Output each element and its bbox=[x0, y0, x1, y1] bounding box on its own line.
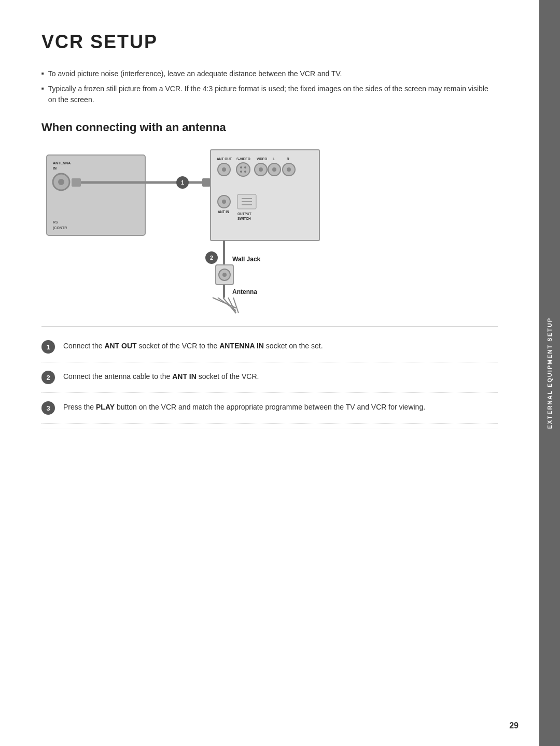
switch-label: SWITCH bbox=[237, 217, 251, 220]
bullet-item-1: To avoid picture noise (interference), l… bbox=[41, 68, 498, 79]
step-row-3: 3 Press the PLAY button on the VCR and m… bbox=[41, 393, 498, 424]
s-video-label: S-VIDEO bbox=[236, 157, 250, 161]
bullet-text-2: Typically a frozen still picture from a … bbox=[48, 83, 498, 105]
vcr-antenna-port-inner bbox=[58, 179, 64, 185]
step-3-bold-1: PLAY bbox=[96, 403, 115, 411]
tv-connector-left bbox=[202, 178, 211, 187]
svg-point-7 bbox=[259, 167, 263, 172]
svg-point-4 bbox=[244, 166, 246, 168]
step-2-bold-1: ANT IN bbox=[172, 372, 197, 381]
svg-point-3 bbox=[240, 166, 242, 168]
svg-point-11 bbox=[287, 167, 291, 172]
s-video-port bbox=[236, 163, 250, 176]
svg-point-12 bbox=[222, 200, 226, 204]
vcr-connector bbox=[72, 178, 81, 187]
step-1-number: 1 bbox=[181, 179, 184, 186]
antenna-in-label: ANTENNA bbox=[53, 161, 71, 165]
step-1-bold-2: ANTENNA IN bbox=[219, 342, 264, 350]
step-1-text: Connect the ANT OUT socket of the VCR to… bbox=[63, 340, 323, 351]
wall-jack-label-text: Wall Jack bbox=[232, 256, 261, 263]
step-1-bold-1: ANT OUT bbox=[104, 342, 136, 350]
sidebar-label: EXTERNAL EQUIPMENT SETUP bbox=[547, 317, 553, 429]
right-sidebar: EXTERNAL EQUIPMENT SETUP bbox=[539, 0, 560, 746]
vcr-box bbox=[47, 155, 145, 235]
step-row-1: 1 Connect the ANT OUT socket of the VCR … bbox=[41, 332, 498, 362]
svg-point-5 bbox=[240, 171, 242, 173]
antenna-label-text: Antenna bbox=[232, 288, 257, 295]
ant-out-label: ANT OUT bbox=[217, 157, 232, 161]
step-row-2: 2 Connect the antenna cable to the ANT I… bbox=[41, 362, 498, 393]
step-2-badge: 2 bbox=[41, 371, 55, 384]
svg-text:(CONTR: (CONTR bbox=[53, 226, 67, 230]
bullet-text-1: To avoid picture noise (interference), l… bbox=[48, 68, 342, 79]
svg-point-6 bbox=[244, 171, 246, 173]
steps-section: 1 Connect the ANT OUT socket of the VCR … bbox=[41, 326, 498, 429]
svg-text:IN: IN bbox=[53, 166, 57, 170]
main-content: VCR SETUP To avoid picture noise (interf… bbox=[41, 31, 498, 715]
step-2-text: Connect the antenna cable to the ANT IN … bbox=[63, 371, 259, 382]
page-title: VCR SETUP bbox=[41, 31, 498, 53]
svg-text:R: R bbox=[287, 157, 289, 161]
svg-point-2 bbox=[222, 167, 226, 172]
bullet-item-2: Typically a frozen still picture from a … bbox=[41, 83, 498, 105]
top-rule bbox=[41, 326, 498, 327]
svg-point-9 bbox=[272, 167, 276, 172]
step-2-number: 2 bbox=[210, 255, 213, 261]
diagram-container: ANTENNA IN RS (CONTR 1 ANT OUT bbox=[41, 145, 394, 321]
ant-in-label: ANT IN bbox=[218, 210, 229, 214]
step-3-badge: 3 bbox=[41, 401, 55, 415]
step-1-badge: 1 bbox=[41, 340, 55, 354]
page-number: 29 bbox=[509, 721, 519, 730]
section-heading: When connecting with an antenna bbox=[41, 121, 498, 134]
svg-text:L: L bbox=[273, 157, 275, 161]
step-3-text: Press the PLAY button on the VCR and mat… bbox=[63, 401, 425, 413]
bullet-list: To avoid picture noise (interference), l… bbox=[41, 68, 498, 105]
svg-point-16 bbox=[222, 273, 227, 277]
output-label: OUTPUT bbox=[237, 212, 251, 216]
connection-diagram: ANTENNA IN RS (CONTR 1 ANT OUT bbox=[41, 145, 394, 321]
rs-label: RS bbox=[53, 220, 58, 224]
bottom-rule bbox=[41, 429, 498, 429]
video-label: VIDEO bbox=[257, 157, 267, 161]
